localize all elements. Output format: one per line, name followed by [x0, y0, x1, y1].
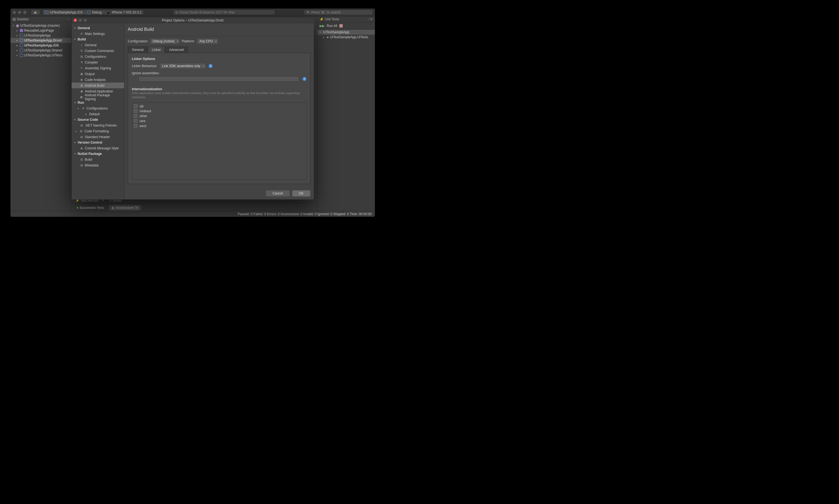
- i18n-checkbox[interactable]: other: [134, 114, 304, 118]
- panel-header: Android Build: [124, 23, 314, 36]
- vs-icon: ⧈: [176, 11, 178, 14]
- run-all-icon: ▶▶: [319, 24, 325, 28]
- ok-button[interactable]: OK: [292, 190, 311, 197]
- info-icon[interactable]: i: [209, 64, 212, 68]
- options-subcategory[interactable]: ▾⚙Configurations: [72, 105, 124, 111]
- solution-icon: ▤: [13, 17, 16, 21]
- config-icon: [87, 11, 90, 14]
- i18n-checkbox[interactable]: mideast: [134, 109, 304, 113]
- i18n-title: Internationalization: [132, 87, 307, 91]
- options-category[interactable]: ▾General: [72, 25, 124, 31]
- bc-config: Debug: [92, 11, 102, 14]
- titlebar: ▶ UITestSampleApp.iOS › Debug › 📱 iPhone…: [11, 8, 375, 17]
- bottom-pads: ⚡Test Results▫ ✕ ⊘Errors ●Successful Tes…: [72, 198, 317, 211]
- options-item[interactable]: ▸Default: [72, 111, 124, 117]
- solution-item[interactable]: ▸UITestSampleApp.iOS: [11, 43, 71, 48]
- bc-project: UITestSampleApp.iOS: [50, 11, 83, 14]
- options-item[interactable]: ▸▤Code Formatting: [72, 128, 124, 134]
- options-item[interactable]: ▤Build: [72, 157, 124, 162]
- run-config-breadcrumb[interactable]: UITestSampleApp.iOS › Debug › 📱 iPhone 7…: [42, 10, 144, 15]
- options-category[interactable]: ▾Source Code: [72, 117, 124, 122]
- options-item[interactable]: ◉Code Analysis: [72, 77, 124, 83]
- project-icon: [45, 11, 48, 14]
- configuration-dropdown[interactable]: Debug (Active): [151, 39, 179, 44]
- solution-item[interactable]: ▸UITestSampleApp.Droid: [11, 38, 71, 43]
- info-icon-2[interactable]: i: [302, 77, 307, 81]
- options-item[interactable]: ▤.NET Naming Policies: [72, 122, 124, 128]
- solution-item[interactable]: ▸ReusableLoginPage: [11, 28, 71, 33]
- unit-tests-pin-icon[interactable]: ▫ ✕: [368, 17, 373, 21]
- search-icon: 🔍︎: [307, 11, 310, 14]
- options-item[interactable]: ▣Android Build: [72, 83, 124, 88]
- cancel-button[interactable]: Cancel: [266, 190, 290, 197]
- ignore-assemblies-label: Ignore assemblies:: [132, 71, 307, 75]
- stop-icon[interactable]: [339, 24, 343, 28]
- tab-linker[interactable]: Linker: [148, 47, 165, 53]
- global-search[interactable]: 🔍︎ Press '⌘.' to search: [304, 10, 373, 15]
- tab-general[interactable]: General: [128, 47, 148, 53]
- linker-behaviour-label: Linker Behaviour: [132, 64, 157, 68]
- options-item[interactable]: ▣Android Package Signing: [72, 94, 124, 100]
- successful-tests-filter[interactable]: ●Successful Tests: [74, 205, 107, 211]
- options-item[interactable]: ▤Metadata: [72, 162, 124, 168]
- test-child[interactable]: ▸ ● UITestSampleApp.UITests: [317, 35, 375, 40]
- linker-behaviour-dropdown[interactable]: Link SDK assemblies only: [160, 64, 205, 69]
- i18n-checklist: cjkmideastotherrarewest: [132, 102, 307, 180]
- solution-item[interactable]: ▸UITestSampleApp: [11, 33, 71, 38]
- device-icon: 📱: [106, 11, 110, 14]
- project-options-dialog: Project Options – UITestSampleApp.Droid …: [72, 18, 314, 199]
- options-item[interactable]: ▤Configurations: [72, 54, 124, 59]
- solution-pad-header: ▤ Solution ▫: [11, 17, 71, 22]
- status-bar: Passed: 0 Failed: 0 Errors: 0 Inconclusi…: [11, 211, 375, 217]
- options-category[interactable]: ▾Build: [72, 37, 124, 42]
- options-item[interactable]: ▤Standard Header: [72, 134, 124, 140]
- solution-root[interactable]: ▾ ▣ UITestSampleApp (master): [11, 23, 71, 28]
- solution-item[interactable]: ▸UITestSampleApp.UITests: [11, 53, 71, 58]
- i18n-desc: If the application uses certain internat…: [132, 91, 307, 100]
- run-button[interactable]: ▶: [31, 10, 40, 15]
- options-item[interactable]: ✎Assembly Signing: [72, 65, 124, 71]
- dialog-traffic-lights[interactable]: [74, 19, 87, 22]
- tab-advanced[interactable]: Advanced: [165, 47, 188, 53]
- options-item[interactable]: ▹General: [72, 42, 124, 48]
- bc-device: iPhone 7 iOS 10.3.1: [112, 11, 141, 14]
- solution-tree: ▾ ▣ UITestSampleApp (master) ▸ReusableLo…: [11, 22, 71, 59]
- i18n-checkbox[interactable]: cjk: [134, 104, 304, 108]
- solution-pad: ▤ Solution ▫ ▾ ▣ UITestSampleApp (master…: [11, 17, 72, 211]
- unit-tests-icon: ⚡: [319, 17, 324, 21]
- options-category-tree: ▾General⚙Main Settings▾Build▹General⚙Cus…: [72, 23, 124, 199]
- options-item[interactable]: ◉Commit Message Style: [72, 145, 124, 151]
- status-display: ⧈ Visual Studio Enterprise 2017 for Mac: [173, 10, 275, 15]
- ignore-assemblies-input[interactable]: [138, 76, 299, 82]
- run-all-row[interactable]: ▶▶ Run All: [317, 22, 375, 30]
- options-item[interactable]: ⚗Compiler: [72, 59, 124, 65]
- inconclusive-tests-filter[interactable]: ◐Inconclusive Te: [109, 205, 141, 211]
- solution-item[interactable]: ▸UITestSampleApp.Shared: [11, 48, 71, 53]
- dialog-titlebar: Project Options – UITestSampleApp.Droid: [72, 18, 314, 23]
- i18n-checkbox[interactable]: west: [134, 124, 304, 128]
- options-item[interactable]: ⚙Custom Commands: [72, 48, 124, 54]
- platform-label: Platform:: [182, 39, 195, 43]
- options-category[interactable]: ▾Version Control: [72, 140, 124, 145]
- options-panel: Android Build Configuration: Debug (Acti…: [124, 23, 314, 199]
- unit-tests-pad: ⚡ Unit Tests ▫ ✕ ▶▶ Run All ▾ UITestSamp…: [317, 17, 375, 211]
- linker-options-title: Linker Options: [132, 57, 307, 61]
- platform-dropdown[interactable]: Any CPU: [197, 39, 218, 44]
- options-category[interactable]: ▾NuGet Package: [72, 151, 124, 157]
- configuration-label: Configuration:: [128, 39, 148, 43]
- options-item[interactable]: ⚙Main Settings: [72, 31, 124, 37]
- traffic-lights[interactable]: [13, 11, 27, 14]
- options-item[interactable]: ▣Output: [72, 71, 124, 77]
- pad-options-icon[interactable]: ▫: [68, 17, 69, 21]
- unit-tests-header: ⚡ Unit Tests ▫ ✕: [317, 17, 375, 22]
- test-root[interactable]: ▾ UITestSampleApp: [317, 30, 375, 35]
- i18n-checkbox[interactable]: rare: [134, 119, 304, 123]
